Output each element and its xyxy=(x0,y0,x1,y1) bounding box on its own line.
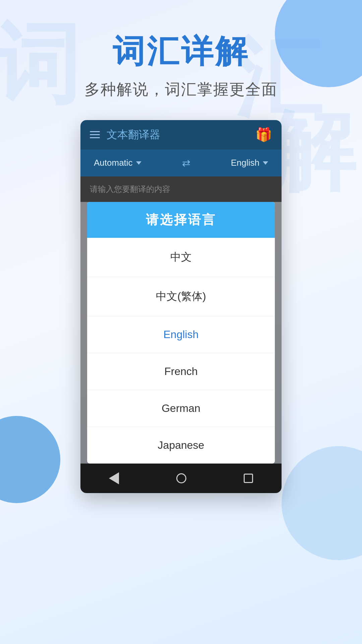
language-option-zhtw[interactable]: 中文(繁体) xyxy=(87,277,275,316)
nav-recent-button[interactable] xyxy=(244,474,253,483)
header-section: 词汇详解 多种解说，词汇掌握更全面 xyxy=(0,0,362,120)
app-title: 文本翻译器 xyxy=(107,127,249,142)
target-language-button[interactable]: English xyxy=(231,158,268,168)
bg-circle-bottom-right xyxy=(282,446,362,560)
language-option-english[interactable]: English xyxy=(87,316,275,353)
source-language-dropdown-arrow xyxy=(136,161,141,165)
dialog-title: 请选择语言 xyxy=(87,211,275,228)
sub-title: 多种解说，词汇掌握更全面 xyxy=(0,79,362,100)
source-language-label: Automatic xyxy=(94,158,133,168)
app-topbar: 文本翻译器 🎁 xyxy=(80,120,282,150)
translation-input-area[interactable]: 请输入您要翻译的内容 xyxy=(80,176,282,202)
nav-home-button[interactable] xyxy=(176,473,186,483)
translation-input-placeholder: 请输入您要翻译的内容 xyxy=(90,184,272,195)
language-option-french[interactable]: French xyxy=(87,353,275,390)
nav-home-icon xyxy=(176,473,186,483)
nav-recent-icon xyxy=(244,474,253,483)
nav-back-icon xyxy=(109,472,119,484)
language-selector-bar: Automatic ⇄ English xyxy=(80,150,282,176)
target-language-dropdown-arrow xyxy=(263,161,268,165)
source-language-button[interactable]: Automatic xyxy=(94,158,141,168)
app-mockup: 文本翻译器 🎁 Automatic ⇄ English 请输入您要翻译的内容 请… xyxy=(80,120,282,493)
language-option-japanese[interactable]: Japanese xyxy=(87,427,275,464)
main-title: 词汇详解 xyxy=(0,34,362,69)
dialog-header: 请选择语言 xyxy=(87,202,275,238)
language-option-german[interactable]: German xyxy=(87,390,275,427)
language-option-zhcn[interactable]: 中文 xyxy=(87,238,275,277)
dialog-overlay: 请选择语言 中文 中文(繁体) English French German Ja… xyxy=(80,202,282,464)
target-language-label: English xyxy=(231,158,259,168)
hamburger-menu-button[interactable] xyxy=(90,131,100,138)
gift-icon[interactable]: 🎁 xyxy=(255,127,272,143)
bottom-navigation-bar xyxy=(80,464,282,493)
nav-back-button[interactable] xyxy=(109,472,119,484)
language-dialog: 请选择语言 中文 中文(繁体) English French German Ja… xyxy=(87,202,275,464)
swap-languages-button[interactable]: ⇄ xyxy=(182,157,190,169)
bg-circle-bottom-left xyxy=(0,416,60,503)
